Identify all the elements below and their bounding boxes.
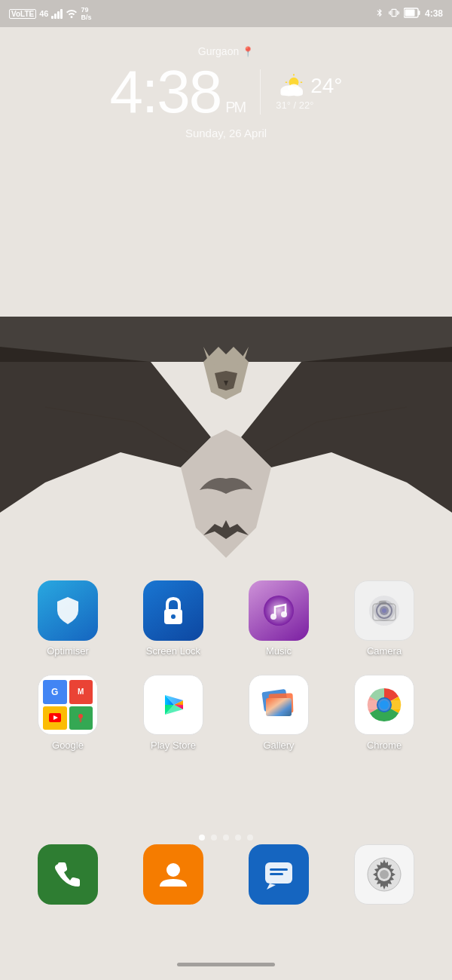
playstore-label: Play Store <box>151 740 196 751</box>
status-bar: VoLTE 46 79B/s <box>0 0 452 27</box>
network-speed: 79B/s <box>81 6 91 21</box>
messages-svg <box>262 858 295 891</box>
ampm-display: PM <box>225 100 245 115</box>
app-item-gallery[interactable]: Gallery <box>237 675 320 751</box>
gallery-svg <box>258 684 299 725</box>
messages-icon <box>249 844 309 905</box>
page-dot-2[interactable] <box>211 835 217 841</box>
vibrate-icon <box>389 7 399 21</box>
bluetooth-icon <box>375 7 384 21</box>
bar1 <box>51 16 53 19</box>
camera-icon <box>354 580 414 641</box>
optimiser-svg <box>51 594 84 627</box>
dock-item-messages[interactable] <box>249 844 309 905</box>
app-item-optimiser[interactable]: Optimiser <box>26 580 109 657</box>
wifi-icon <box>66 8 78 20</box>
chrome-label: Chrome <box>367 740 402 751</box>
page-dots <box>0 835 452 841</box>
svg-rect-24 <box>379 601 386 605</box>
svg-point-36 <box>166 863 180 877</box>
svg-rect-1 <box>405 9 414 16</box>
home-indicator[interactable] <box>177 963 275 966</box>
app-item-camera[interactable]: Camera <box>343 580 426 657</box>
optimiser-label: Optimiser <box>47 645 89 657</box>
app-row-1: Optimiser Screen Lock <box>15 580 437 657</box>
svg-point-42 <box>380 870 389 879</box>
gallery-label: Gallery <box>263 740 294 751</box>
svg-rect-30 <box>266 698 292 716</box>
app-row-2: G M Google <box>15 675 437 751</box>
status-time: 4:38 <box>425 8 443 19</box>
optimiser-icon <box>38 580 98 641</box>
bar2 <box>54 14 56 19</box>
lock-svg <box>158 594 188 627</box>
google-maps-mini <box>69 706 93 730</box>
dock <box>0 844 452 905</box>
svg-rect-2 <box>418 11 420 15</box>
svg-point-35 <box>380 700 389 709</box>
screenlock-icon <box>143 580 203 641</box>
page-dot-3[interactable] <box>223 835 229 841</box>
google-grid: G M <box>43 680 93 730</box>
signal-strength: 46 <box>39 9 48 18</box>
batman-art <box>0 317 452 596</box>
page-dot-4[interactable] <box>235 835 241 841</box>
weather-temp-main: 24° <box>310 74 342 98</box>
settings-icon <box>354 844 414 905</box>
status-bar-left: VoLTE 46 79B/s <box>9 6 91 21</box>
clock-weather-divider <box>260 69 261 115</box>
location-row: Gurgaon 📍 <box>0 45 452 57</box>
google-icon: G M <box>38 675 98 735</box>
svg-point-17 <box>281 611 287 617</box>
weather-icon <box>276 74 306 98</box>
settings-svg <box>365 856 403 893</box>
music-svg <box>261 593 296 628</box>
music-label: Music <box>266 645 292 657</box>
bar4 <box>60 9 63 19</box>
music-icon <box>249 580 309 641</box>
app-item-google[interactable]: G M Google <box>26 675 109 751</box>
clock-row: 4:38 PM 24° <box>0 62 452 122</box>
batman-svg <box>0 317 452 596</box>
contacts-svg <box>157 858 190 891</box>
dock-item-phone[interactable] <box>38 844 98 905</box>
page-dot-5[interactable] <box>247 835 253 841</box>
chrome-icon <box>354 675 414 735</box>
signal-bars <box>51 8 63 19</box>
weather-temp-range: 31° / 22° <box>276 100 313 111</box>
camera-label: Camera <box>367 645 402 657</box>
app-item-playstore[interactable]: Play Store <box>132 675 215 751</box>
app-grid: Optimiser Screen Lock <box>0 580 452 769</box>
svg-rect-38 <box>270 868 288 871</box>
app-item-screenlock[interactable]: Screen Lock <box>132 580 215 657</box>
svg-rect-39 <box>270 873 283 875</box>
playstore-icon <box>143 675 203 735</box>
google-label: Google <box>52 740 84 751</box>
app-item-music[interactable]: Music <box>237 580 320 657</box>
phone-svg <box>52 859 84 890</box>
time-display: 4:38 <box>109 62 221 122</box>
svg-point-16 <box>270 614 276 620</box>
contacts-icon <box>143 844 203 905</box>
battery-level <box>404 8 420 20</box>
app-item-chrome[interactable]: Chrome <box>343 675 426 751</box>
playstore-svg <box>154 686 192 724</box>
bar3 <box>57 11 60 19</box>
weather-block: 24° 31° / 22° <box>276 74 342 111</box>
dock-item-contacts[interactable] <box>143 844 203 905</box>
svg-point-22 <box>382 608 386 613</box>
location-name: Gurgaon <box>198 45 239 57</box>
svg-point-14 <box>171 614 176 619</box>
page-dot-1[interactable] <box>199 835 205 841</box>
date-display: Sunday, 26 April <box>0 127 452 139</box>
google-m: M <box>69 680 93 704</box>
google-g: G <box>43 680 67 704</box>
chrome-svg <box>364 684 405 725</box>
camera-svg <box>367 593 402 628</box>
screenlock-label: Screen Lock <box>146 645 200 657</box>
google-youtube <box>43 706 67 730</box>
svg-point-15 <box>264 596 294 626</box>
status-bar-right: 4:38 <box>375 7 443 21</box>
dock-item-settings[interactable] <box>354 844 414 905</box>
clock-widget: Gurgaon 📍 4:38 PM <box>0 45 452 139</box>
